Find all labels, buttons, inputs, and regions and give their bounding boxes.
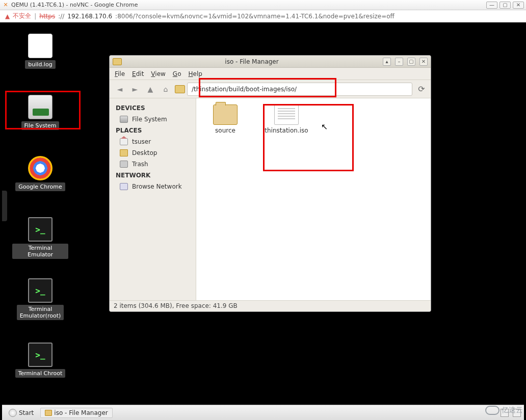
chrome-address-bar[interactable]: ▲ 不安全 | https://192.168.170.6:8006/?cons… xyxy=(0,10,526,22)
watermark: 亿速云 xyxy=(485,406,523,415)
chrome-close-button[interactable]: ✕ xyxy=(513,2,524,9)
menu-help[interactable]: Help xyxy=(188,70,202,77)
url-path: :8006/?console=kvm&novnc=1&vmid=102&vmna… xyxy=(115,13,394,20)
chrome-maximize-button[interactable]: ▢ xyxy=(499,2,511,9)
path-input[interactable] xyxy=(187,83,412,96)
folder-icon xyxy=(213,104,238,125)
sidebar-header-places: PLACES xyxy=(112,125,194,136)
nav-back-button[interactable]: ◄ xyxy=(114,83,126,95)
linux-taskbar: Start iso - File Manager xyxy=(2,405,524,420)
sidebar-item-tsuser[interactable]: tsuser xyxy=(112,136,194,147)
reload-icon[interactable]: ⟳ xyxy=(416,84,427,94)
cursor-icon: ↖ xyxy=(321,122,328,132)
desktop-icon-build-log[interactable]: build.log xyxy=(12,34,68,69)
desktop-icon-terminal[interactable]: Terminal Emulator xyxy=(12,217,68,259)
fm-titlebar[interactable]: iso - File Manager ▴ – ▢ ✕ xyxy=(110,56,431,68)
side-handle[interactable] xyxy=(2,191,7,221)
folder-icon xyxy=(45,410,52,416)
terminal-icon xyxy=(28,278,52,303)
sidebar-item-file-system[interactable]: File System xyxy=(112,114,194,125)
sidebar-header-network: NETWORK xyxy=(112,170,194,181)
nav-up-button[interactable]: ▲ xyxy=(144,83,156,95)
fm-toolbar: ◄ ► ▲ ⌂ ⟳ xyxy=(110,80,431,98)
menu-edit[interactable]: Edit xyxy=(132,70,144,77)
desktop-icon-terminal-chroot[interactable]: Terminal Chroot xyxy=(12,343,68,378)
folder-icon xyxy=(120,149,128,156)
start-orb-icon xyxy=(9,409,17,417)
fm-title: iso - File Manager xyxy=(125,58,379,65)
vnc-desktop: build.log File System Google Chrome Term… xyxy=(0,22,526,420)
menu-file[interactable]: File xyxy=(115,70,125,77)
decorative-bar xyxy=(173,313,356,318)
drive-icon xyxy=(120,116,128,123)
warning-icon: ▲ xyxy=(5,13,10,20)
chrome-titlebar: ✕ QEMU (1.41-TC6.1) - noVNC - Google Chr… xyxy=(0,0,526,10)
network-icon xyxy=(120,183,128,190)
nav-home-button[interactable]: ⌂ xyxy=(160,83,172,95)
terminal-icon xyxy=(28,343,52,367)
desktop-icon-terminal-root[interactable]: Terminal Emulator(root) xyxy=(12,278,68,320)
fm-maximize-button[interactable]: ▢ xyxy=(407,58,415,66)
desktop-icon-file-system[interactable]: File System xyxy=(12,95,68,130)
sidebar-item-trash[interactable]: Trash xyxy=(112,159,194,170)
folder-icon xyxy=(113,58,122,65)
desktop-icon-chrome[interactable]: Google Chrome xyxy=(12,156,68,191)
fm-menubar: File Edit View Go Help xyxy=(110,68,431,80)
fm-statusbar: 2 items (304.6 MB), Free space: 41.9 GB xyxy=(110,300,431,311)
fm-close-button[interactable]: ✕ xyxy=(419,58,428,66)
fm-sidebar: DEVICES File System PLACES tsuser Deskto… xyxy=(110,98,196,300)
document-icon xyxy=(274,104,299,125)
terminal-icon xyxy=(28,217,52,242)
fm-minimize-button[interactable]: – xyxy=(395,58,403,66)
cloud-icon xyxy=(485,406,499,415)
unsafe-label: 不安全 xyxy=(13,12,31,20)
chrome-icon xyxy=(28,156,52,180)
chrome-minimize-button[interactable]: — xyxy=(486,2,497,9)
file-item-source[interactable]: source xyxy=(202,104,248,134)
taskbar-item-file-manager[interactable]: iso - File Manager xyxy=(40,408,112,418)
chrome-app-icon: ✕ xyxy=(2,2,9,9)
trash-icon xyxy=(120,161,128,168)
file-item-thinstation-iso[interactable]: thinstation.iso xyxy=(264,104,309,134)
url-protocol: https xyxy=(39,13,55,20)
document-icon xyxy=(28,34,52,58)
fm-stick-button[interactable]: ▴ xyxy=(383,58,391,66)
menu-go[interactable]: Go xyxy=(173,70,181,77)
url-host: 192.168.170.6 xyxy=(67,13,112,20)
start-button[interactable]: Start xyxy=(5,407,37,418)
sidebar-item-desktop[interactable]: Desktop xyxy=(112,147,194,159)
sidebar-header-devices: DEVICES xyxy=(112,102,194,114)
home-icon xyxy=(120,138,128,145)
chrome-window-title: QEMU (1.41-TC6.1) - noVNC - Google Chrom… xyxy=(11,2,486,8)
folder-icon xyxy=(175,85,185,93)
fm-content-area[interactable]: source thinstation.iso ↖ xyxy=(196,98,431,300)
drive-icon xyxy=(28,95,52,119)
menu-view[interactable]: View xyxy=(151,70,165,77)
file-manager-window: iso - File Manager ▴ – ▢ ✕ File Edit Vie… xyxy=(109,55,431,312)
nav-forward-button[interactable]: ► xyxy=(129,83,141,95)
sidebar-item-browse-network[interactable]: Browse Network xyxy=(112,181,194,192)
